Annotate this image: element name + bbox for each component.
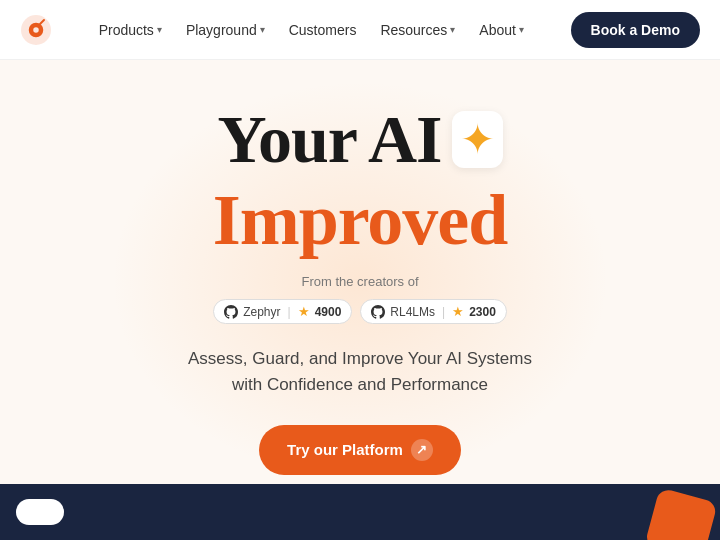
badge-zephyr: Zephyr | ★ 4900: [213, 299, 352, 324]
badge-zephyr-count: 4900: [315, 305, 342, 319]
arrow-icon: ↗: [411, 439, 433, 461]
badge-zephyr-name: Zephyr: [243, 305, 280, 319]
nav-label-resources: Resources: [380, 22, 447, 38]
nav-item-resources[interactable]: Resources ▾: [370, 16, 465, 44]
star-icon: ★: [298, 304, 310, 319]
badge-rl4lms-count: 2300: [469, 305, 496, 319]
try-platform-label: Try our Platform: [287, 441, 403, 458]
hero-title: Your AI ✦ Improved: [213, 100, 508, 262]
hero-your-ai-text: Your AI: [217, 100, 441, 179]
nav-links: Products ▾ Playground ▾ Customers Resour…: [89, 16, 534, 44]
chevron-down-icon: ▾: [519, 24, 524, 35]
nav-label-playground: Playground: [186, 22, 257, 38]
nav-label-about: About: [479, 22, 516, 38]
nav-label-customers: Customers: [289, 22, 357, 38]
github-icon: [224, 305, 238, 319]
svg-point-0: [21, 15, 51, 45]
nav-item-customers[interactable]: Customers: [279, 16, 367, 44]
nav-item-products[interactable]: Products ▾: [89, 16, 172, 44]
hero-subtitle-line1: Assess, Guard, and Improve Your AI Syste…: [188, 349, 532, 368]
badge-rl4lms: RL4LMs | ★ 2300: [360, 299, 507, 324]
chevron-down-icon: ▾: [157, 24, 162, 35]
nav-item-playground[interactable]: Playground ▾: [176, 16, 275, 44]
hero-subtitle-line2: with Confidence and Performance: [232, 375, 488, 394]
footer-pill: [16, 499, 64, 525]
nav-item-about[interactable]: About ▾: [469, 16, 534, 44]
hero-improved-text: Improved: [213, 179, 508, 262]
navigation: Products ▾ Playground ▾ Customers Resour…: [0, 0, 720, 60]
sparkle-icon: ✦: [452, 111, 503, 168]
nav-label-products: Products: [99, 22, 154, 38]
hero-section: Your AI ✦ Improved From the creators of …: [0, 60, 720, 505]
star-icon: ★: [452, 304, 464, 319]
chevron-down-icon: ▾: [450, 24, 455, 35]
chevron-down-icon: ▾: [260, 24, 265, 35]
from-creators-text: From the creators of: [301, 274, 418, 289]
hero-title-line1: Your AI ✦: [213, 100, 508, 179]
book-demo-button[interactable]: Book a Demo: [571, 12, 700, 48]
footer-orange-shape: [644, 488, 717, 540]
badge-rl4lms-name: RL4LMs: [390, 305, 435, 319]
try-platform-button[interactable]: Try our Platform ↗: [259, 425, 461, 475]
hero-subtitle: Assess, Guard, and Improve Your AI Syste…: [188, 346, 532, 399]
creator-badges: Zephyr | ★ 4900 RL4LMs | ★ 2300: [213, 299, 507, 324]
logo[interactable]: [20, 14, 52, 46]
footer-bar: [0, 484, 720, 540]
github-icon: [371, 305, 385, 319]
